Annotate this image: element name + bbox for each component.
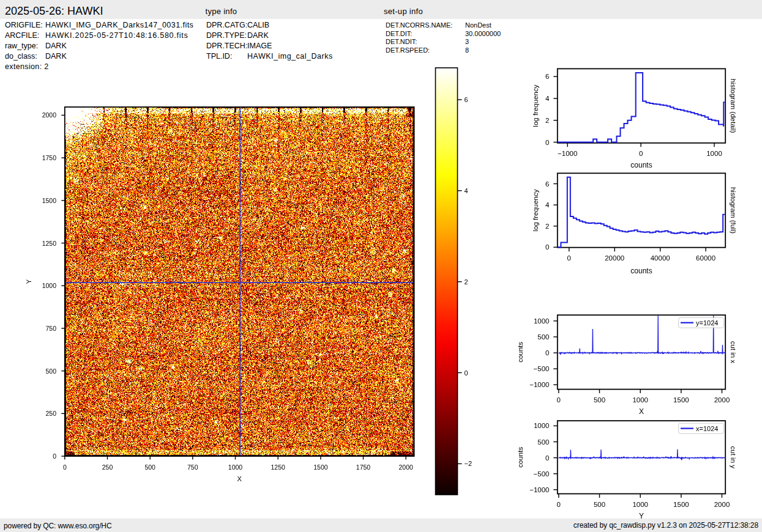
svg-text:4: 4 <box>465 187 468 194</box>
svg-text:−2: −2 <box>465 460 473 467</box>
svg-text:x=1024: x=1024 <box>696 425 718 432</box>
svg-text:y=1024: y=1024 <box>696 319 718 327</box>
svg-text:20000: 20000 <box>605 254 624 262</box>
svg-text:1500: 1500 <box>673 396 689 404</box>
svg-text:1000: 1000 <box>632 501 648 508</box>
svg-text:40000: 40000 <box>651 254 670 262</box>
svg-text:2: 2 <box>545 117 549 124</box>
svg-text:cut in x: cut in x <box>730 341 737 364</box>
svg-text:1250: 1250 <box>271 464 286 471</box>
svg-text:1000: 1000 <box>42 282 57 289</box>
svg-text:1250: 1250 <box>42 240 57 247</box>
svg-text:0: 0 <box>465 369 468 377</box>
svg-text:500: 500 <box>594 396 605 404</box>
svg-text:1000: 1000 <box>706 150 722 157</box>
svg-text:0: 0 <box>545 454 549 462</box>
svg-text:2: 2 <box>465 278 468 286</box>
svg-text:6: 6 <box>545 73 549 80</box>
svg-text:1000: 1000 <box>632 396 648 404</box>
svg-text:1000: 1000 <box>534 317 550 325</box>
svg-text:log frequency: log frequency <box>532 189 539 231</box>
svg-text:500: 500 <box>45 368 56 375</box>
svg-text:0: 0 <box>567 254 571 262</box>
svg-text:250: 250 <box>102 464 113 471</box>
svg-text:750: 750 <box>187 464 198 471</box>
svg-text:60000: 60000 <box>696 254 715 262</box>
svg-text:Y: Y <box>25 279 32 284</box>
svg-text:2000: 2000 <box>42 111 57 119</box>
svg-text:1000: 1000 <box>534 422 550 429</box>
svg-text:500: 500 <box>594 501 605 508</box>
svg-text:1500: 1500 <box>42 197 57 204</box>
svg-text:4: 4 <box>545 201 550 209</box>
svg-text:2: 2 <box>545 223 549 230</box>
svg-text:1500: 1500 <box>673 501 689 508</box>
svg-text:500: 500 <box>537 333 549 341</box>
svg-text:0: 0 <box>545 243 549 251</box>
svg-text:0: 0 <box>557 501 561 508</box>
svg-text:counts: counts <box>630 161 652 169</box>
svg-text:1500: 1500 <box>313 464 328 471</box>
svg-text:1750: 1750 <box>42 154 57 161</box>
svg-text:−500: −500 <box>534 470 550 478</box>
svg-text:2000: 2000 <box>399 464 414 471</box>
svg-text:0: 0 <box>639 150 643 157</box>
svg-text:1750: 1750 <box>356 464 371 471</box>
svg-text:log frequency: log frequency <box>532 84 539 127</box>
svg-text:histogram (full): histogram (full) <box>730 187 737 234</box>
svg-text:4: 4 <box>545 95 550 102</box>
svg-text:250: 250 <box>45 410 56 417</box>
svg-text:0: 0 <box>545 139 549 146</box>
svg-text:500: 500 <box>537 438 549 446</box>
svg-text:500: 500 <box>144 464 155 471</box>
svg-text:counts: counts <box>630 267 652 275</box>
svg-text:0: 0 <box>53 453 56 460</box>
svg-text:−1000: −1000 <box>529 381 549 388</box>
svg-text:−500: −500 <box>534 365 550 372</box>
svg-text:1000: 1000 <box>228 464 243 471</box>
svg-text:X: X <box>639 407 644 416</box>
svg-text:−1000: −1000 <box>558 150 577 157</box>
svg-text:−1000: −1000 <box>529 486 549 493</box>
svg-text:X: X <box>237 475 242 482</box>
svg-text:0: 0 <box>557 396 561 404</box>
svg-text:histogram (detail): histogram (detail) <box>730 79 737 133</box>
svg-text:0: 0 <box>63 464 67 471</box>
svg-text:counts: counts <box>517 447 524 468</box>
svg-text:750: 750 <box>45 325 56 332</box>
svg-text:2000: 2000 <box>714 501 730 508</box>
svg-text:counts: counts <box>517 342 524 363</box>
svg-text:6: 6 <box>465 96 468 103</box>
svg-text:0: 0 <box>545 349 549 357</box>
svg-text:6: 6 <box>545 180 549 188</box>
svg-text:2000: 2000 <box>714 396 730 404</box>
svg-text:cut in y: cut in y <box>730 446 737 469</box>
